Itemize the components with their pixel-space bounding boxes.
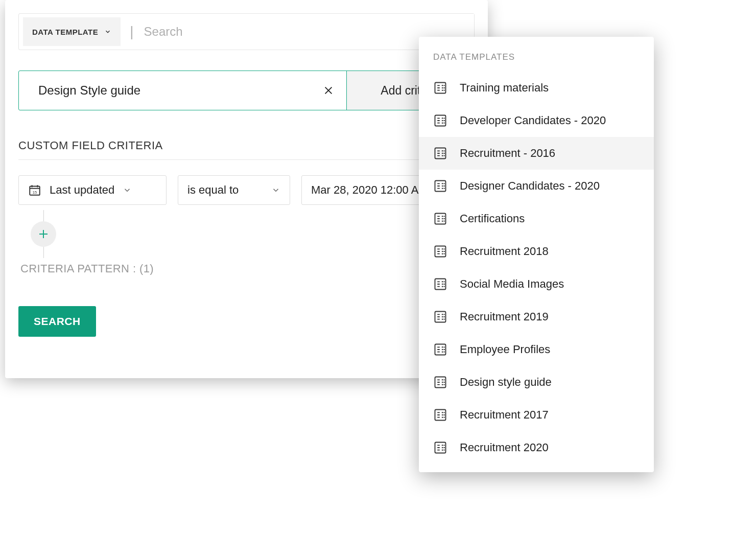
template-item[interactable]: Designer Candidates - 2020	[419, 170, 654, 202]
template-icon	[433, 408, 447, 422]
add-criteria-row-wrap	[31, 210, 56, 258]
criteria-pattern-label: CRITERIA PATTERN :	[20, 262, 136, 275]
chevron-down-icon	[271, 185, 280, 195]
calendar-icon: 15	[28, 183, 41, 197]
template-item-label: Developer Candidates - 2020	[460, 114, 606, 127]
close-icon	[323, 85, 334, 96]
data-templates-popover: DATA TEMPLATES Training materialsDevelop…	[419, 37, 654, 472]
search-row: DATA TEMPLATE |	[18, 13, 475, 50]
template-item[interactable]: Recruitment 2017	[419, 399, 654, 431]
templates-list: Training materialsDeveloper Candidates -…	[419, 72, 654, 464]
search-button[interactable]: SEARCH	[18, 306, 96, 337]
template-icon	[433, 113, 447, 128]
connector-line	[43, 247, 44, 258]
criteria-operator-dropdown[interactable]: is equal to	[178, 175, 290, 205]
search-button-label: SEARCH	[34, 315, 81, 327]
template-item[interactable]: Design style guide	[419, 366, 654, 399]
template-icon	[433, 277, 447, 291]
template-item-label: Training materials	[460, 81, 549, 95]
add-criteria-row-button[interactable]	[31, 221, 56, 247]
template-item-label: Designer Candidates - 2020	[460, 179, 600, 193]
template-icon	[433, 179, 447, 193]
criteria-value-label: Mar 28, 2020 12:00 AM	[311, 183, 428, 197]
template-icon	[433, 212, 447, 226]
template-item[interactable]: Social Media Images	[419, 268, 654, 300]
clear-template-button[interactable]	[311, 71, 346, 110]
template-icon	[433, 146, 447, 160]
template-item-label: Certifications	[460, 212, 525, 225]
svg-text:15: 15	[33, 190, 37, 195]
criteria-field-label: Last updated	[50, 183, 114, 197]
template-item[interactable]: Certifications	[419, 202, 654, 235]
text-cursor-icon: |	[130, 24, 133, 40]
template-icon	[433, 375, 447, 389]
template-item[interactable]: Recruitment 2019	[419, 300, 654, 333]
template-item-label: Recruitment 2018	[460, 245, 549, 258]
template-item[interactable]: Training materials	[419, 72, 654, 104]
divider	[18, 159, 475, 160]
connector-line	[43, 210, 44, 221]
template-item-label: Design style guide	[460, 376, 552, 389]
selected-template-label: Design Style guide	[19, 71, 311, 110]
popover-title: DATA TEMPLATES	[419, 47, 654, 72]
template-icon	[433, 342, 447, 357]
chevron-down-icon	[104, 28, 111, 35]
template-icon	[433, 244, 447, 259]
data-template-chip[interactable]: DATA TEMPLATE	[23, 17, 121, 46]
template-item-label: Employee Profiles	[460, 343, 550, 356]
plus-icon	[37, 228, 50, 240]
template-item[interactable]: Recruitment - 2016	[419, 137, 654, 170]
template-icon	[433, 81, 447, 95]
template-item[interactable]: Employee Profiles	[419, 333, 654, 366]
criteria-operator-label: is equal to	[187, 183, 239, 197]
template-item[interactable]: Developer Candidates - 2020	[419, 104, 654, 137]
template-item-label: Recruitment 2020	[460, 441, 549, 454]
criteria-panel: DATA TEMPLATE | Design Style guide Add c…	[5, 0, 488, 378]
data-template-chip-label: DATA TEMPLATE	[32, 28, 98, 36]
template-icon	[433, 440, 447, 455]
template-item-label: Social Media Images	[460, 277, 564, 291]
template-icon	[433, 310, 447, 324]
selected-template-row: Design Style guide Add criteria	[18, 71, 475, 110]
criteria-section-title: CUSTOM FIELD CRITERIA	[18, 139, 475, 152]
template-item[interactable]: Recruitment 2020	[419, 431, 654, 464]
template-item-label: Recruitment - 2016	[460, 147, 555, 160]
template-item[interactable]: Recruitment 2018	[419, 235, 654, 268]
chevron-down-icon	[123, 185, 132, 195]
template-item-label: Recruitment 2019	[460, 310, 549, 323]
criteria-field-dropdown[interactable]: 15 Last updated	[18, 175, 167, 205]
criteria-pattern-value: (1)	[139, 262, 154, 275]
criteria-pattern: CRITERIA PATTERN : (1)	[20, 262, 475, 275]
template-item-label: Recruitment 2017	[460, 408, 549, 422]
criteria-row: 15 Last updated is equal to Mar 28, 2020…	[18, 175, 475, 205]
